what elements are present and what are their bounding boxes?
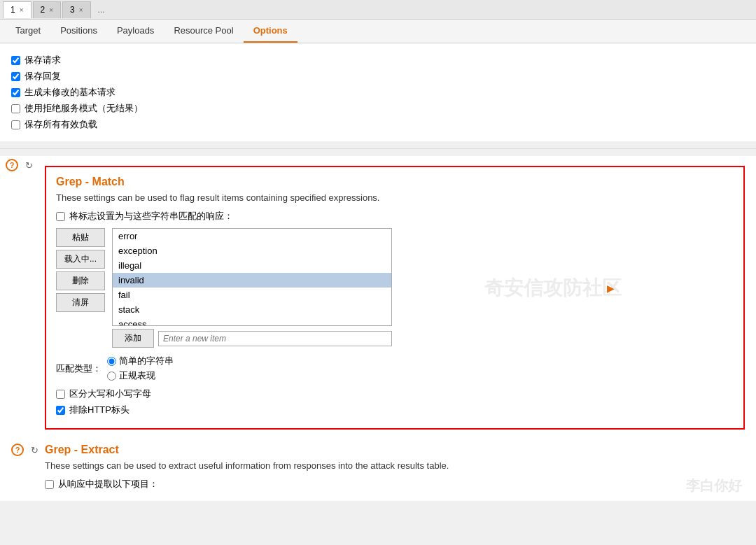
grep-match-refresh-icon[interactable]: ↻ [22, 159, 35, 171]
checkbox-save-payloads: 保存所有有效负载 [11, 118, 745, 131]
exclude-http-input[interactable] [56, 406, 65, 415]
clear-button[interactable]: 清屏 [56, 293, 105, 312]
radio-group: 简单的字符串 正规表现 [107, 355, 174, 382]
bottom-options: 区分大写和小写字母 排除HTTP标头 [56, 388, 734, 416]
tab-1[interactable]: 1 × [3, 1, 31, 18]
checkbox-dos-mode-input[interactable] [11, 104, 20, 113]
list-item-invalid[interactable]: invalid [113, 273, 391, 288]
tab-3[interactable]: 3 × [62, 1, 91, 18]
case-sensitive-input[interactable] [56, 390, 65, 399]
paste-button[interactable]: 粘贴 [56, 228, 105, 247]
flag-checkbox-input[interactable] [56, 212, 65, 221]
extract-checkbox-row: 从响应中提取以下项目： [45, 478, 745, 490]
checkbox-generate-unmodified-input[interactable] [11, 88, 20, 97]
nav-tab-positions[interactable]: Positions [50, 20, 107, 43]
tab-more[interactable]: ... [92, 2, 111, 17]
exclude-http-row: 排除HTTP标头 [56, 404, 734, 416]
checkbox-generate-unmodified: 生成未修改的基本请求 [11, 86, 745, 99]
tab-2[interactable]: 2 × [33, 1, 62, 18]
nav-tab-options[interactable]: Options [244, 20, 298, 43]
checkbox-dos-mode: 使用拒绝服务模式（无结果） [11, 102, 745, 115]
flag-checkbox-row: 将标志设置为与这些字符串匹配的响应： [56, 210, 734, 222]
grep-extract-title: Grep - Extract [45, 444, 745, 456]
grep-match-wrapper: ? ↻ Grep - Match These settings can be u… [0, 156, 756, 437]
grep-list-container: error exception illegal invalid fail sta… [112, 228, 392, 348]
nav-tab-resource-pool[interactable]: Resource Pool [164, 20, 243, 43]
add-row: 添加 [112, 329, 392, 348]
grep-match-desc: These settings can be used to flag resul… [56, 192, 734, 203]
list-item-fail[interactable]: fail [113, 288, 391, 302]
grep-extract-section: ? ↻ Grep - Extract These settings can be… [0, 437, 756, 501]
case-sensitive-row: 区分大写和小写字母 [56, 388, 734, 400]
grep-list-box[interactable]: error exception illegal invalid fail sta… [112, 228, 392, 326]
radio-regex-input[interactable] [107, 371, 116, 381]
grep-extract-refresh-icon[interactable]: ↻ [28, 444, 41, 456]
grep-match-title: Grep - Match [56, 176, 734, 188]
load-button[interactable]: 载入中... [56, 250, 105, 269]
grep-buttons: 粘贴 载入中... 删除 清屏 [56, 228, 105, 312]
list-item-stack[interactable]: stack [113, 302, 391, 317]
top-options: 保存请求 保存回复 生成未修改的基本请求 使用拒绝服务模式（无结果） 保存所有有… [0, 43, 756, 141]
tab-1-close[interactable]: × [20, 6, 24, 14]
arrow-right-icon: ▶ [607, 283, 615, 294]
checkbox-save-request-input[interactable] [11, 56, 20, 65]
checkbox-save-payloads-input[interactable] [11, 120, 20, 129]
tab-3-close[interactable]: × [79, 6, 83, 14]
checkbox-save-request: 保存请求 [11, 54, 745, 66]
radio-simple-string: 简单的字符串 [107, 355, 174, 367]
grep-extract-desc: These settings can be used to extract us… [45, 460, 745, 471]
checkbox-save-reply: 保存回复 [11, 70, 745, 83]
nav-tabs: Target Positions Payloads Resource Pool … [0, 20, 756, 43]
list-item-illegal[interactable]: illegal [113, 258, 391, 273]
list-item-access[interactable]: access [113, 317, 391, 326]
watermark: 奇安信攻防社区 [484, 275, 622, 302]
match-type-row: 匹配类型： 简单的字符串 正规表现 [56, 355, 734, 382]
nav-tab-target[interactable]: Target [6, 20, 50, 43]
list-item-exception[interactable]: exception [113, 243, 391, 258]
remove-button[interactable]: 删除 [56, 271, 105, 290]
list-item-error[interactable]: error [113, 229, 391, 243]
grep-match-section: Grep - Match These settings can be used … [45, 166, 745, 430]
extract-checkbox-input[interactable] [45, 480, 54, 489]
add-input[interactable] [158, 331, 392, 346]
checkbox-save-reply-input[interactable] [11, 72, 20, 81]
grep-extract-help-icon[interactable]: ? [11, 444, 24, 456]
radio-simple-input[interactable] [107, 357, 116, 366]
grep-match-help-icon[interactable]: ? [6, 159, 18, 171]
add-button[interactable]: 添加 [112, 329, 154, 348]
tab-2-close[interactable]: × [49, 6, 53, 14]
tab-bar: 1 × 2 × 3 × ... [0, 0, 756, 20]
radio-regex: 正规表现 [107, 369, 174, 382]
nav-tab-payloads[interactable]: Payloads [107, 20, 164, 43]
